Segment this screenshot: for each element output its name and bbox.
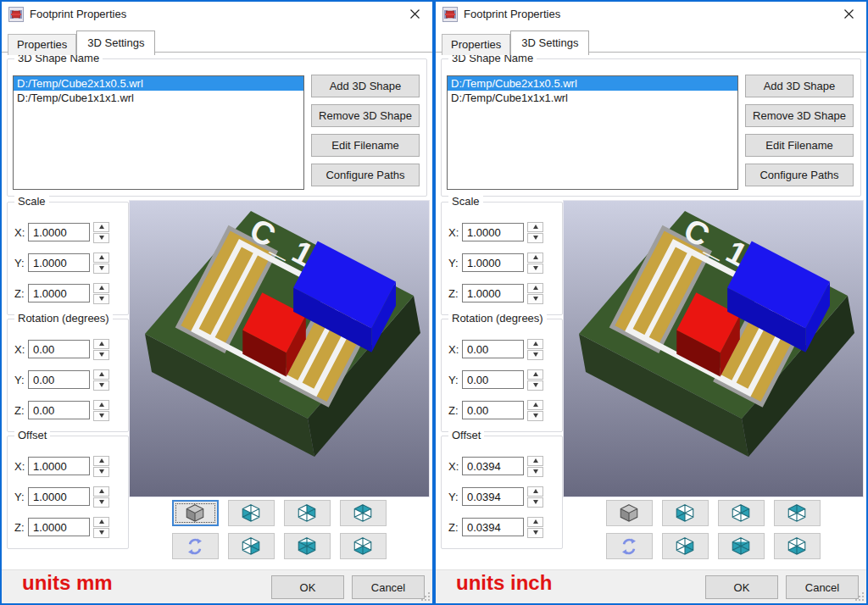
cancel-button[interactable]: Cancel [786,575,859,599]
view-right-button[interactable] [662,533,709,559]
spin-up-button[interactable] [93,400,109,410]
3d-preview-viewport[interactable]: C_1812 [563,200,864,497]
spin-down-button[interactable] [93,497,109,508]
spin-down-button[interactable] [527,528,543,538]
edit-filename-button[interactable]: Edit Filename [311,134,420,157]
view-bottom-button[interactable] [340,533,387,559]
shape-list-item[interactable]: D:/Temp/Cube2x1x0.5.wrl [448,76,737,91]
tab-3d-settings[interactable]: 3D Settings [510,31,589,55]
view-left-button[interactable] [662,500,709,526]
view-front-button[interactable] [284,533,331,559]
spin-down-button[interactable] [527,497,543,508]
ok-button[interactable]: OK [705,575,778,599]
scale-y-input[interactable] [28,253,90,272]
spin-down-button[interactable] [527,294,543,304]
view-left-button[interactable] [228,500,275,526]
spin-up-button[interactable] [527,283,543,293]
spin-down-button[interactable] [93,233,109,243]
remove-3d-shape-button[interactable]: Remove 3D Shape [311,104,420,127]
offset-z-input[interactable] [462,518,524,536]
offset-x-input[interactable] [462,457,524,475]
rotation-y-input[interactable] [462,370,524,389]
3d-preview-viewport[interactable]: C_1812 [129,200,430,497]
cancel-button[interactable]: Cancel [352,575,425,599]
spin-up-button[interactable] [93,486,109,497]
spin-up-button[interactable] [527,369,543,380]
tab-properties[interactable]: Properties [8,34,76,55]
shape-list[interactable]: D:/Temp/Cube2x1x0.5.wrl D:/Temp/Cube1x1x… [447,75,738,190]
scale-y-input[interactable] [462,253,524,272]
spin-down-button[interactable] [527,411,543,421]
spin-down-button[interactable] [93,264,109,274]
spin-up-button[interactable] [93,253,109,263]
spin-up-button[interactable] [93,517,109,527]
edit-filename-button[interactable]: Edit Filename [745,134,854,157]
spin-down-button[interactable] [93,294,109,304]
close-button[interactable] [831,2,866,26]
offset-y-input[interactable] [28,487,90,506]
view-top-button[interactable] [340,500,387,526]
spin-up-button[interactable] [527,400,543,410]
spin-up-button[interactable] [527,456,543,466]
spin-down-button[interactable] [93,528,109,538]
view-right-button[interactable] [228,533,275,559]
spin-down-button[interactable] [527,467,543,477]
scale-z-input[interactable] [462,284,524,302]
view-bottom-button[interactable] [774,533,821,559]
shape-list-item[interactable]: D:/Temp/Cube1x1x1.wrl [14,91,303,105]
tab-3d-settings[interactable]: 3D Settings [76,31,155,55]
spin-up-button[interactable] [527,486,543,497]
spin-down-button[interactable] [527,350,543,360]
view-top-button[interactable] [774,500,821,526]
scale-y-row: Y: [14,252,109,274]
spin-down-button[interactable] [527,264,543,274]
spin-down-button[interactable] [93,350,109,360]
spin-up-button[interactable] [527,253,543,263]
spin-down-button[interactable] [93,411,109,421]
view-front-button[interactable] [718,533,765,559]
ok-button[interactable]: OK [271,575,344,599]
add-3d-shape-button[interactable]: Add 3D Shape [745,75,854,97]
spin-down-button[interactable] [93,380,109,391]
arrow-up-icon [533,286,538,290]
view-back-button[interactable] [718,500,765,526]
configure-paths-button[interactable]: Configure Paths [311,164,420,186]
spin-down-button[interactable] [527,233,543,243]
scale-x-input[interactable] [462,223,524,241]
scale-z-input[interactable] [28,284,90,302]
spin-up-button[interactable] [527,517,543,527]
spin-up-button[interactable] [527,222,543,232]
view-iso-button[interactable] [172,500,219,526]
spin-up-button[interactable] [93,222,109,232]
spin-down-button[interactable] [527,380,543,391]
view-back-button[interactable] [284,500,331,526]
shape-list[interactable]: D:/Temp/Cube2x1x0.5.wrl D:/Temp/Cube1x1x… [13,75,304,190]
shape-list-item[interactable]: D:/Temp/Cube2x1x0.5.wrl [14,76,303,91]
scale-x-input[interactable] [28,223,90,241]
offset-x-input[interactable] [28,457,90,475]
spin-up-button[interactable] [93,456,109,466]
spin-up-button[interactable] [527,339,543,349]
configure-paths-button[interactable]: Configure Paths [745,164,854,186]
rotation-x-input[interactable] [462,340,524,358]
rotation-z-input[interactable] [462,401,524,419]
rotation-x-input[interactable] [28,340,90,358]
view-iso-button[interactable] [606,500,653,526]
spin-down-button[interactable] [93,467,109,477]
resize-grip[interactable] [854,591,865,602]
remove-3d-shape-button[interactable]: Remove 3D Shape [745,104,854,127]
offset-z-input[interactable] [28,518,90,536]
spin-up-button[interactable] [93,369,109,380]
spin-up-button[interactable] [93,339,109,349]
resize-grip[interactable] [420,591,431,602]
rotation-y-input[interactable] [28,370,90,389]
update-view-button[interactable] [172,533,219,559]
update-view-button[interactable] [606,533,653,559]
add-3d-shape-button[interactable]: Add 3D Shape [311,75,420,97]
tab-properties[interactable]: Properties [442,34,510,55]
rotation-z-input[interactable] [28,401,90,419]
offset-y-input[interactable] [462,487,524,506]
shape-list-item[interactable]: D:/Temp/Cube1x1x1.wrl [448,91,737,105]
spin-up-button[interactable] [93,283,109,293]
close-button[interactable] [397,2,432,26]
